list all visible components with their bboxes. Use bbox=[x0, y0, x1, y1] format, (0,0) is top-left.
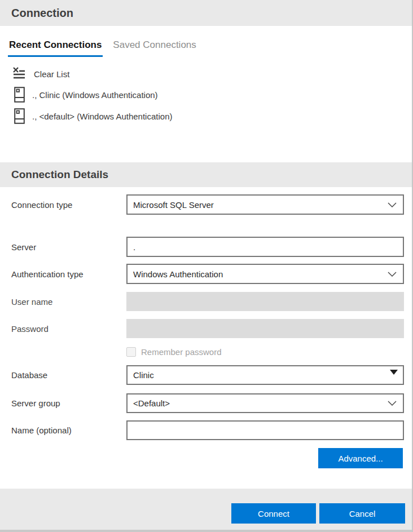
database-row: Database Clinic bbox=[11, 365, 412, 385]
auth-type-dropdown[interactable]: Windows Authentication bbox=[126, 264, 404, 284]
connection-type-label: Connection type bbox=[11, 200, 126, 210]
user-name-label: User name bbox=[11, 297, 126, 307]
connection-type-value: Microsoft SQL Server bbox=[133, 200, 214, 210]
recent-connection-label: ., <default> (Windows Authentication) bbox=[32, 112, 172, 121]
server-input[interactable] bbox=[126, 237, 404, 257]
chevron-down-icon bbox=[388, 272, 397, 277]
chevron-down-icon bbox=[388, 202, 397, 207]
name-row: Name (optional) bbox=[11, 420, 412, 440]
auth-type-label: Authentication type bbox=[11, 269, 126, 279]
name-input[interactable] bbox=[126, 420, 404, 440]
server-icon bbox=[14, 87, 25, 103]
password-label: Password bbox=[11, 324, 126, 334]
connection-type-dropdown[interactable]: Microsoft SQL Server bbox=[126, 194, 404, 215]
database-label: Database bbox=[11, 370, 126, 380]
tab-saved-label: Saved Connections bbox=[113, 39, 196, 50]
connection-details-title: Connection Details bbox=[11, 169, 108, 181]
server-icon bbox=[14, 108, 25, 124]
tab-recent-connections[interactable]: Recent Connections bbox=[8, 37, 103, 57]
tab-recent-label: Recent Connections bbox=[9, 39, 102, 50]
user-name-row: User name bbox=[11, 292, 412, 311]
recent-connection-label: ., Clinic (Windows Authentication) bbox=[32, 90, 158, 100]
caret-down-filled-icon[interactable] bbox=[390, 370, 398, 375]
connect-button[interactable]: Connect bbox=[231, 503, 316, 524]
advanced-row: Advanced... bbox=[11, 448, 412, 468]
connection-details-header: Connection Details bbox=[0, 162, 412, 187]
remember-password-checkbox bbox=[126, 347, 136, 357]
clear-list-label: Clear List bbox=[34, 69, 69, 79]
remember-password-label: Remember password bbox=[141, 347, 222, 357]
server-group-row: Server group <Default> bbox=[11, 393, 412, 413]
password-row: Password bbox=[11, 319, 412, 338]
server-group-dropdown[interactable]: <Default> bbox=[126, 393, 404, 413]
connections-tabs: Recent Connections Saved Connections bbox=[8, 37, 412, 57]
advanced-button[interactable]: Advanced... bbox=[318, 448, 403, 468]
server-row: Server bbox=[11, 237, 412, 257]
database-dropdown[interactable]: Clinic bbox=[126, 365, 404, 385]
server-group-value: <Default> bbox=[133, 398, 170, 408]
clear-list-icon bbox=[12, 67, 26, 81]
chevron-down-icon bbox=[388, 401, 397, 406]
auth-type-row: Authentication type Windows Authenticati… bbox=[11, 264, 412, 284]
cancel-button[interactable]: Cancel bbox=[319, 503, 405, 524]
connection-dialog: Connection Recent Connections Saved Conn… bbox=[0, 0, 413, 532]
connection-type-row: Connection type Microsoft SQL Server bbox=[11, 194, 412, 215]
dialog-header: Connection bbox=[0, 0, 412, 26]
dialog-footer: Connect Cancel bbox=[0, 489, 412, 532]
user-name-input bbox=[126, 292, 404, 311]
recent-connection-item[interactable]: ., <default> (Windows Authentication) bbox=[14, 107, 412, 125]
clear-list-button[interactable]: Clear List bbox=[12, 65, 412, 82]
connection-details-form: Connection type Microsoft SQL Server Ser… bbox=[0, 194, 412, 468]
server-label: Server bbox=[11, 242, 126, 252]
name-label: Name (optional) bbox=[11, 425, 126, 435]
tab-saved-connections[interactable]: Saved Connections bbox=[112, 37, 197, 57]
dialog-title: Connection bbox=[11, 7, 73, 20]
remember-password-row: Remember password bbox=[11, 347, 412, 357]
server-group-label: Server group bbox=[11, 398, 126, 408]
password-input bbox=[126, 319, 404, 338]
window-bottom-edge bbox=[0, 530, 412, 532]
database-value: Clinic bbox=[133, 370, 154, 380]
auth-type-value: Windows Authentication bbox=[133, 269, 223, 279]
recent-connection-item[interactable]: ., Clinic (Windows Authentication) bbox=[14, 86, 412, 104]
